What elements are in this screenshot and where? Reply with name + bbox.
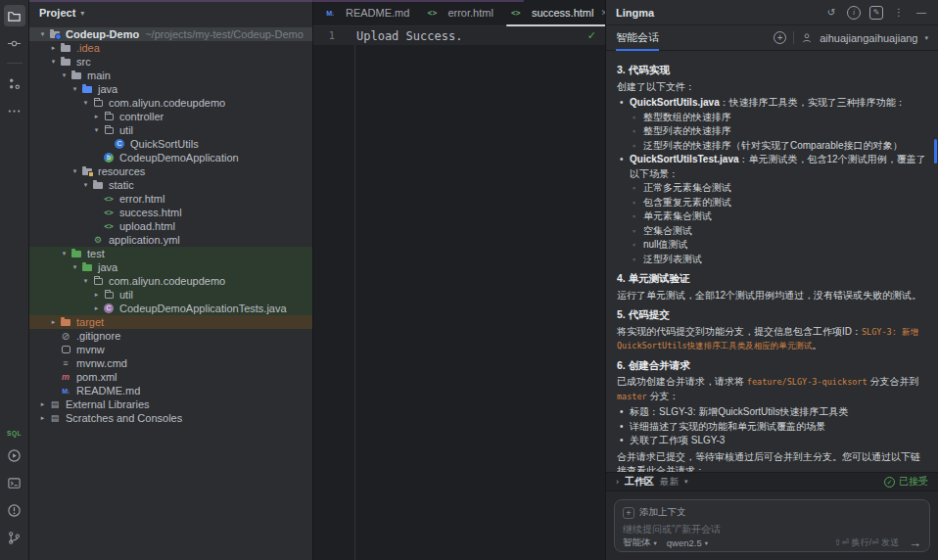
list-item: 关联了工作项 SLGY-3 xyxy=(617,434,927,448)
tree-row-controller[interactable]: controller xyxy=(29,110,312,123)
chevron-right-icon[interactable] xyxy=(91,113,102,120)
sql-badge-icon[interactable]: SQL xyxy=(7,430,22,437)
tree-row-util[interactable]: util xyxy=(29,123,312,137)
chevron-right-icon[interactable] xyxy=(91,304,102,312)
tree-row-project-root[interactable]: Codeup-Demo ~/projects/my-test/Codeup-De… xyxy=(29,27,312,41)
info-icon[interactable]: i xyxy=(847,6,861,20)
structure-tool-icon[interactable] xyxy=(4,72,25,94)
tree-row-upload-html[interactable]: upload.html xyxy=(29,219,312,233)
editor-line-1[interactable]: 1 Upload Success. ✓ xyxy=(313,26,605,45)
inspection-ok-icon[interactable]: ✓ xyxy=(587,29,596,42)
user-name[interactable]: aihuajiangaihuajiang xyxy=(820,32,917,44)
tree-row-main[interactable]: main xyxy=(29,69,312,82)
list-item: 整型数组的快速排序 xyxy=(617,111,927,125)
window-top-accent xyxy=(29,0,524,2)
tree-row-mvnw-cmd[interactable]: mvnw.cmd xyxy=(29,356,312,370)
chevron-right-icon[interactable] xyxy=(91,291,102,299)
tree-row-package[interactable]: com.aliyun.codeupdemo xyxy=(29,96,312,110)
editor-content[interactable]: 1 Upload Success. ✓ xyxy=(313,26,605,560)
folder-icon xyxy=(70,70,82,81)
problems-tool-icon[interactable] xyxy=(4,499,25,521)
tree-row-test-util[interactable]: util xyxy=(29,288,312,302)
tree-row-external-libraries[interactable]: External Libraries xyxy=(29,397,312,411)
add-context-button[interactable]: + 添加上下文 xyxy=(623,506,921,519)
chevron-down-icon[interactable]: ▾ xyxy=(924,34,928,42)
chevron-down-icon[interactable] xyxy=(37,30,48,38)
chevron-right-icon[interactable] xyxy=(48,44,59,52)
kebab-menu-icon[interactable]: ⋮ xyxy=(892,6,906,20)
new-chat-icon[interactable]: ✎ xyxy=(869,6,883,20)
chevron-down-icon[interactable] xyxy=(59,71,70,79)
chevron-down-icon[interactable] xyxy=(59,250,70,257)
list-item: 泛型列表测试 xyxy=(617,253,927,267)
divider xyxy=(793,31,794,44)
tree-row-success-html[interactable]: success.html xyxy=(29,206,312,219)
panel-scrollbar[interactable] xyxy=(934,139,937,163)
chevron-right-icon[interactable] xyxy=(48,318,59,326)
chat-input-card[interactable]: + 添加上下文 继续提问或"/"新开会话 智能体▾ qwen2.5▾ ⇧⏎ 换行… xyxy=(614,499,930,552)
tree-row-readme[interactable]: README.md xyxy=(29,384,312,397)
tree-row-gitignore[interactable]: .gitignore xyxy=(29,329,312,343)
history-icon[interactable]: ↺ xyxy=(824,6,838,20)
model-selector[interactable]: qwen2.5▾ xyxy=(667,537,708,548)
folder-icon xyxy=(60,56,71,68)
chevron-down-icon[interactable] xyxy=(80,277,91,285)
chevron-down-icon[interactable] xyxy=(80,181,91,189)
project-panel-header[interactable]: Project ▾ xyxy=(29,0,312,25)
html-file-icon xyxy=(103,193,115,205)
chevron-down-icon[interactable] xyxy=(91,126,102,134)
tab-success-html[interactable]: success.html ✕ xyxy=(501,0,605,25)
terminal-tool-icon[interactable] xyxy=(4,472,25,493)
inline-code: master xyxy=(617,392,647,401)
section-4-text: 运行了单元测试，全部12个测试用例均通过，没有错误或失败的测试。 xyxy=(617,289,927,303)
minimize-icon[interactable]: — xyxy=(915,6,928,20)
tree-row-tests-class[interactable]: CodeupDemoApplicationTests.java xyxy=(29,302,312,315)
chevron-down-icon[interactable] xyxy=(70,263,80,271)
tab-error-html[interactable]: error.html xyxy=(417,0,500,25)
tree-row-quicksortutils[interactable]: QuickSortUtils xyxy=(29,137,312,151)
chevron-down-icon[interactable] xyxy=(70,85,80,93)
tree-row-application[interactable]: CodeupDemoApplication xyxy=(29,151,312,164)
tree-row-mvnw[interactable]: mvnw xyxy=(29,343,312,356)
tree-row-application-yml[interactable]: application.yml xyxy=(29,233,312,247)
tree-row-target[interactable]: target xyxy=(29,315,312,329)
services-run-icon[interactable] xyxy=(4,444,25,466)
tree-row-idea[interactable]: .idea xyxy=(29,41,312,55)
chat-input-placeholder[interactable]: 继续提问或"/"新开会话 xyxy=(623,523,921,537)
git-branch-icon[interactable] xyxy=(4,527,25,548)
tree-row-test[interactable]: test xyxy=(29,247,312,260)
chevron-right-icon[interactable] xyxy=(37,414,48,422)
chevron-down-icon: ▾ xyxy=(705,539,708,547)
commit-tool-icon[interactable] xyxy=(4,32,25,54)
tab-readme[interactable]: README.md xyxy=(315,0,417,25)
tree-row-java[interactable]: java xyxy=(29,82,312,96)
chevron-right-icon[interactable] xyxy=(37,400,48,408)
tree-row-test-package[interactable]: com.aliyun.codeupdemo xyxy=(29,274,312,288)
agent-selector[interactable]: 智能体▾ xyxy=(623,537,657,549)
tab-smart-chat[interactable]: 智能会话 xyxy=(616,25,659,50)
tree-row-scratches[interactable]: Scratches and Consoles xyxy=(29,411,312,425)
chevron-right-icon[interactable]: › xyxy=(616,477,619,487)
chevron-down-icon[interactable] xyxy=(48,58,59,66)
test-folder-icon xyxy=(70,248,82,259)
list-item: 单元素集合测试 xyxy=(617,210,927,224)
tree-row-static[interactable]: static xyxy=(29,178,312,192)
tree-row-error-html[interactable]: error.html xyxy=(29,192,312,206)
chevron-down-icon[interactable] xyxy=(80,99,91,107)
send-button[interactable]: → xyxy=(909,537,921,549)
project-folder-icon xyxy=(49,28,61,40)
markdown-file-icon xyxy=(60,385,71,397)
package-icon xyxy=(92,97,104,109)
tree-row-test-java[interactable]: java xyxy=(29,260,312,274)
tree-row-pom[interactable]: pom.xml xyxy=(29,370,312,384)
project-tool-icon[interactable] xyxy=(4,5,25,26)
workspace-bar[interactable]: › 工作区 最新 ▾ ✓ 已接受 xyxy=(606,472,938,491)
chevron-down-icon[interactable] xyxy=(70,167,80,175)
new-session-plus-icon[interactable]: + xyxy=(774,31,786,44)
yaml-file-icon xyxy=(92,234,104,246)
more-tools-icon[interactable] xyxy=(4,100,25,121)
tree-row-src[interactable]: src xyxy=(29,55,312,69)
chevron-down-icon[interactable]: ▾ xyxy=(684,478,688,486)
tree-row-resources[interactable]: resources xyxy=(29,164,312,178)
list-item: 包含重复元素的测试 xyxy=(617,196,927,210)
